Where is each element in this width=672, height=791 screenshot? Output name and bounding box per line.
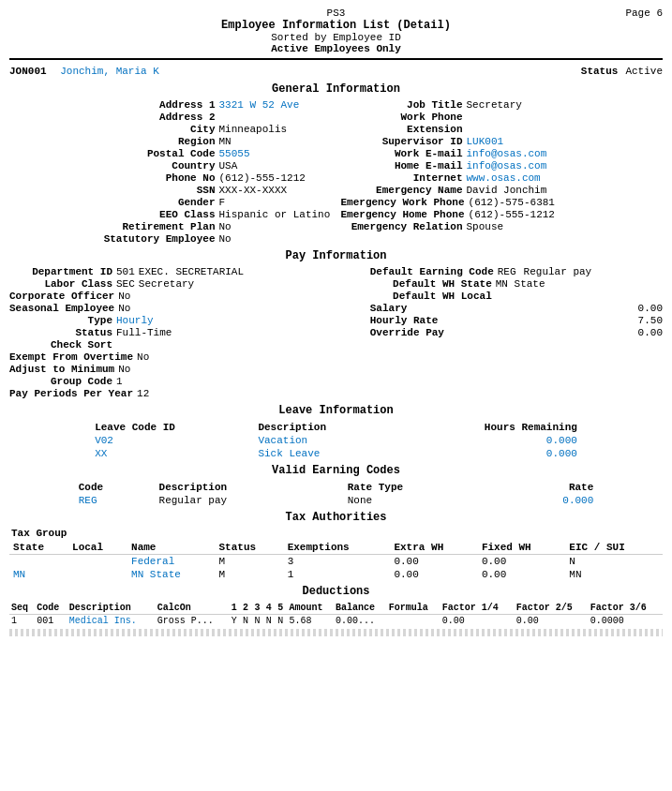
dept-name: EXEC. SECRETARIAL: [139, 266, 244, 277]
earning-table-row: REG Regular pay None 0.000: [75, 494, 598, 507]
leave-table-row: XX Sick Leave 0.000: [91, 447, 581, 460]
dept-label: Department ID: [9, 266, 112, 277]
postal-row: Postal Code 55055: [9, 148, 332, 159]
leave-info-title: Leave Information: [9, 404, 663, 417]
leave-code: V02: [91, 434, 254, 447]
ded-balance: 0.00...: [334, 615, 387, 628]
deductions-section: Deductions Seq Code Description CalcOn 1…: [9, 585, 663, 636]
ded-seq: 1: [9, 615, 35, 628]
exempt-value: No: [137, 351, 149, 363]
default-wh-row: Default WH State MN State: [370, 278, 663, 290]
emerg-home-value: (612)-555-1212: [469, 209, 562, 220]
tax-col-name: Name: [127, 541, 215, 555]
eeo-label: EEO Class: [159, 209, 215, 220]
city-value: Minneapolis: [219, 124, 332, 135]
tax-status: M: [216, 568, 284, 581]
ded-col-1: 1: [230, 602, 241, 615]
status-value: Active: [625, 66, 663, 77]
report-title: Employee Information List (Detail): [9, 19, 663, 32]
homeemail-value: info@osas.com: [467, 160, 560, 172]
address1-row: Address 1 3321 W 52 Ave: [9, 99, 332, 111]
seasonal-label: Seasonal Employee: [9, 303, 114, 314]
leave-table-row: V02 Vacation 0.000: [91, 434, 581, 447]
tax-fixed-wh: 0.00: [478, 568, 565, 581]
type-value: Hourly: [116, 315, 154, 326]
ded-calcon: Gross P...: [156, 615, 230, 628]
leave-table-wrapper: Leave Code ID Description Hours Remainin…: [91, 421, 581, 460]
tax-name: Federal: [127, 555, 215, 569]
emerg-work-label: Emergency Work Phone: [341, 197, 465, 208]
pay-status-label: Status: [9, 327, 112, 338]
emerg-rel-label: Emergency Relation: [341, 221, 463, 232]
workphone-value: [467, 112, 560, 123]
phone-row: Phone No (612)-555-1212: [9, 172, 332, 184]
supervisor-row: Supervisor ID LUK001: [341, 136, 664, 147]
hourly-label: Hourly Rate: [370, 315, 439, 326]
labor-row: Labor Class SEC Secretary: [9, 278, 361, 290]
general-info-title: General Information: [9, 82, 663, 96]
emerg-home-row: Emergency Home Phone (612)-555-1212: [341, 209, 664, 220]
groupcode-label: Group Code: [9, 376, 112, 387]
ded-f36: 0.0000: [589, 615, 663, 628]
tax-status: M: [216, 555, 284, 569]
homeemail-row: Home E-mail info@osas.com: [341, 160, 664, 172]
retirement-value: No: [219, 221, 332, 232]
deduction-table-row: 1 001 Medical Ins. Gross P... Y N N N N …: [9, 615, 663, 628]
workemail-label: Work E-mail: [341, 148, 463, 159]
checksort-label: Check Sort: [9, 339, 112, 351]
tax-col-eic-sui: EIC / SUI: [565, 541, 663, 555]
exempt-label: Exempt From Overtime: [9, 351, 133, 363]
ded-c2: N: [241, 615, 252, 628]
supervisor-value: LUK001: [467, 136, 560, 147]
postal-label: Postal Code: [147, 148, 216, 159]
salary-value: 0.00: [606, 303, 663, 314]
earn-col-code: Code: [75, 481, 156, 494]
override-label: Override Pay: [370, 327, 444, 338]
default-earn-desc: Regular pay: [524, 266, 592, 277]
earning-codes-section: Valid Earning Codes Code Description Rat…: [9, 464, 663, 507]
earning-table: Code Description Rate Type Rate REG Regu…: [75, 481, 598, 507]
ded-c5: N: [276, 615, 287, 628]
tax-col-local: Local: [68, 541, 127, 555]
payperiods-value: 12: [137, 388, 149, 399]
default-wh-local-row: Default WH Local: [370, 291, 663, 302]
tax-extra-wh: 0.00: [390, 555, 477, 569]
phone-label: Phone No: [166, 172, 216, 184]
ssn-label: SSN: [197, 185, 216, 196]
ded-col-f14: Factor 1/4: [441, 602, 515, 615]
leave-col-hours: Hours Remaining: [395, 421, 581, 434]
tax-fixed-wh: 0.00: [478, 555, 565, 569]
default-earn-row: Default Earning Code REG Regular pay: [370, 266, 663, 277]
jobtitle-row: Job Title Secretary: [341, 99, 664, 111]
earn-desc: Regular pay: [156, 494, 344, 507]
emerg-rel-row: Emergency Relation Spouse: [341, 221, 664, 232]
city-label: City: [190, 124, 215, 135]
tax-exemptions: 3: [284, 555, 391, 569]
payperiods-label: Pay Periods Per Year: [9, 388, 133, 399]
status-label: Status: [581, 66, 619, 77]
employee-id: JON001: [9, 66, 47, 77]
seasonal-value: No: [118, 303, 130, 314]
ded-col-4: 4: [264, 602, 276, 615]
region-label: Region: [178, 136, 216, 147]
leave-desc: Vacation: [254, 434, 395, 447]
leave-desc: Sick Leave: [254, 447, 395, 460]
ssn-row: SSN XXX-XX-XXXX: [9, 185, 332, 196]
tax-eic-sui: N: [565, 555, 663, 569]
leave-table-header-row: Leave Code ID Description Hours Remainin…: [91, 421, 581, 434]
supervisor-label: Supervisor ID: [341, 136, 463, 147]
region-row: Region MN: [9, 136, 332, 147]
ded-col-5: 5: [276, 602, 287, 615]
emerg-work-row: Emergency Work Phone (612)-575-6381: [341, 197, 664, 208]
tax-eic-sui: MN: [565, 568, 663, 581]
type-label: Type: [9, 315, 112, 326]
default-wh-value: MN State: [496, 278, 545, 290]
ded-col-balance: Balance: [334, 602, 387, 615]
gender-row: Gender F: [9, 197, 332, 208]
gender-label: Gender: [178, 197, 216, 208]
pay-info-title: Pay Information: [9, 249, 663, 262]
eeo-row: EEO Class Hispanic or Latino: [9, 209, 332, 220]
retirement-row: Retirement Plan No: [9, 221, 332, 232]
leave-table: Leave Code ID Description Hours Remainin…: [91, 421, 581, 460]
tax-title: Tax Authorities: [9, 511, 663, 524]
